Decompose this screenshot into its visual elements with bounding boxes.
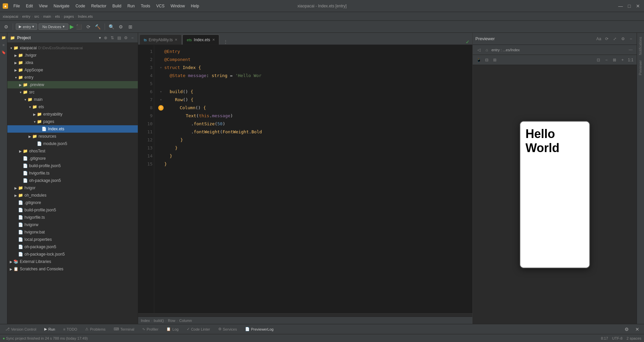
menu-tools[interactable]: Tools [138,2,153,10]
tab-services[interactable]: ⚙ Services [216,326,240,333]
breadcrumb-ets[interactable]: ets [55,14,60,18]
project-dropdown-icon[interactable]: ▾ [99,36,101,40]
menu-window[interactable]: Window [168,2,188,10]
tree-item-extlibs[interactable]: ▶ 📚 External Libraries [7,258,138,265]
entry-selector[interactable]: ▶ entry ▾ [16,23,37,30]
breadcrumb-src[interactable]: src [34,14,39,18]
tree-item-localprops[interactable]: 📄 local.properties [7,236,138,243]
status-crumb-index[interactable]: Index [141,319,150,323]
menu-help[interactable]: Help [188,2,202,10]
phone-view-icon[interactable]: 📱 [475,57,482,63]
menu-navigate[interactable]: Navigate [51,2,72,10]
tree-item-ohpackage2[interactable]: 📄 oh-package.json5 [7,243,138,251]
status-line-col[interactable]: 8:17 [601,336,608,340]
tree-item-ohpackagejson5[interactable]: 📄 oh-package.json5 [7,177,138,184]
tab-close-icon[interactable]: ✕ [175,38,177,42]
tree-item-resources[interactable]: ▶ 📁 resources [7,133,138,140]
run-button[interactable]: ▶ [70,23,74,30]
tree-item-ohpackagelock[interactable]: 📄 oh-package-lock.json5 [7,251,138,258]
back-icon[interactable]: ◁ [475,47,482,53]
status-encoding[interactable]: UTF-8 [612,336,623,340]
tab-close-icon[interactable]: ✕ [212,38,215,42]
tab-index-ets[interactable]: ets Index.ets ✕ [182,35,219,45]
tab-code-linter[interactable]: ✓ Code Linter [184,326,213,333]
code-editor[interactable]: @Entry @Component ▾ struct Index { [154,45,472,313]
tree-item-entryability[interactable]: ▶ 📁 entryability [7,111,138,118]
tree-item-appscope[interactable]: ▶ 📁 AppScope [7,66,138,74]
breadcrumb-pages[interactable]: pages [64,14,74,18]
font-size-icon[interactable]: Aa [596,36,602,42]
tree-item-main[interactable]: ▾ 📁 main [7,96,138,103]
tree-item-preview[interactable]: ▶ 📁 .preview [7,81,138,88]
no-devices-button[interactable]: No Devices ▾ [39,23,68,30]
gear-settings-icon[interactable]: ⚙ [117,23,125,31]
status-indent[interactable]: 2 spaces [627,336,641,340]
tab-terminal[interactable]: ⌨ Terminal [111,326,137,333]
tab-log[interactable]: 📋 Log [164,326,181,333]
crop-icon[interactable]: ⊡ [595,57,602,63]
hammer-icon[interactable]: 🔨 [94,23,102,31]
debug-button[interactable]: ⬛ [75,23,83,31]
tab-run[interactable]: ▶ Run [42,326,58,333]
layers-icon[interactable]: ⊟ [483,57,490,63]
refresh-icon[interactable]: ⟳ [604,36,610,42]
actual-size-icon[interactable]: 1:1 [627,57,634,63]
breadcrumb-index-ets[interactable]: Index.ets [78,14,93,18]
sync-button[interactable]: ⟳ [84,23,93,31]
menu-refactor[interactable]: Refactor [89,2,109,10]
tab-todo[interactable]: ≡ TODO [60,326,80,333]
status-crumb-row[interactable]: Row [168,319,175,323]
tab-more-button[interactable]: ⋮ [221,39,230,45]
structure-icon[interactable]: ≡ [0,42,7,48]
tree-item-buildprofilejson5[interactable]: 📄 build-profile.json5 [7,162,138,169]
tree-item-hvigorwbat[interactable]: 📄 hvigorw.bat [7,228,138,236]
notifications-label[interactable]: Notifications [638,34,643,58]
breadcrumb-xiaopacai[interactable]: xiaopacai [3,14,18,18]
bookmarks-icon[interactable]: 🔖 [0,49,7,56]
tree-item-ets[interactable]: ▾ 📁 ets [7,103,138,111]
tree-item-scratches[interactable]: ▶ 📋 Scratches and Consoles [7,265,138,273]
tree-item-src[interactable]: ▾ 📁 src [7,88,138,96]
tree-item-entry[interactable]: ▾ 📁 entry [7,74,138,81]
layout-icon[interactable]: ⊞ [126,23,134,31]
maximize-button[interactable]: □ [626,3,633,9]
tab-profiler[interactable]: ∿ Profiler [139,326,161,333]
zoom-out-icon[interactable]: − [603,57,610,63]
menu-code[interactable]: Code [73,2,88,10]
horizontal-scrollbar[interactable] [138,313,472,317]
tree-item-ohostest[interactable]: ▶ 📁 ohosTest [7,147,138,155]
tab-version-control[interactable]: ⎇ Version Control [3,326,39,333]
zoom-in-icon[interactable]: + [619,57,626,63]
settings-project-icon[interactable]: ⚙ [123,35,128,41]
status-crumb-build[interactable]: build() [154,319,164,323]
menu-build[interactable]: Build [110,2,124,10]
tab-entryability[interactable]: ts EntryAbility.ts ✕ [139,35,182,45]
grid-icon[interactable]: ⊞ [491,57,498,63]
status-crumb-column[interactable]: Column [179,319,192,323]
close-bottom-icon[interactable]: ✕ [633,325,641,333]
home-icon[interactable]: ⌂ [483,47,490,53]
tree-item-pages[interactable]: ▾ 📁 pages [7,118,138,125]
tree-item-hvigordir[interactable]: ▶ 📁 hvigor [7,184,138,192]
tree-item-modulejson5[interactable]: 📄 module.json5 [7,140,138,147]
tree-item-buildprofile2[interactable]: 📄 build-profile.json5 [7,206,138,214]
menu-vcs[interactable]: VCS [154,2,167,10]
breadcrumb-entry[interactable]: entry [22,14,30,18]
tree-item-hvigor[interactable]: ▶ 📁 .hvigor [7,52,138,59]
project-view-icon[interactable]: 📁 [0,34,7,41]
orientation-icon[interactable]: ⤢ [612,36,618,42]
tree-item-ohmodules[interactable]: ▶ 📁 oh_modules [7,192,138,199]
settings-prev-icon[interactable]: ⚙ [620,36,626,42]
menu-file[interactable]: File [11,2,22,10]
tree-item-idea[interactable]: ▶ 📁 .idea [7,59,138,66]
tree-item-root[interactable]: ▾ 📁 xiaopacai D:\DevEcoStudio\xiaopacai [7,44,138,52]
zoom-fit-icon[interactable]: ⊠ [611,57,618,63]
tab-previewerlog[interactable]: 📄 PreviewerLog [242,326,276,333]
locate-icon[interactable]: ⊕ [103,35,108,41]
tree-item-hvigorfile2[interactable]: 📄 hvigorfile.ts [7,214,138,221]
tree-item-hvigorfilets[interactable]: 📄 hvigorfile.ts [7,169,138,177]
minimize-button[interactable]: — [617,3,624,9]
tree-item-gitignore1[interactable]: 📄 .gitignore [7,155,138,162]
tab-problems[interactable]: ⚠ Problems [82,326,108,333]
more-icon[interactable]: ⋯ [627,47,634,53]
